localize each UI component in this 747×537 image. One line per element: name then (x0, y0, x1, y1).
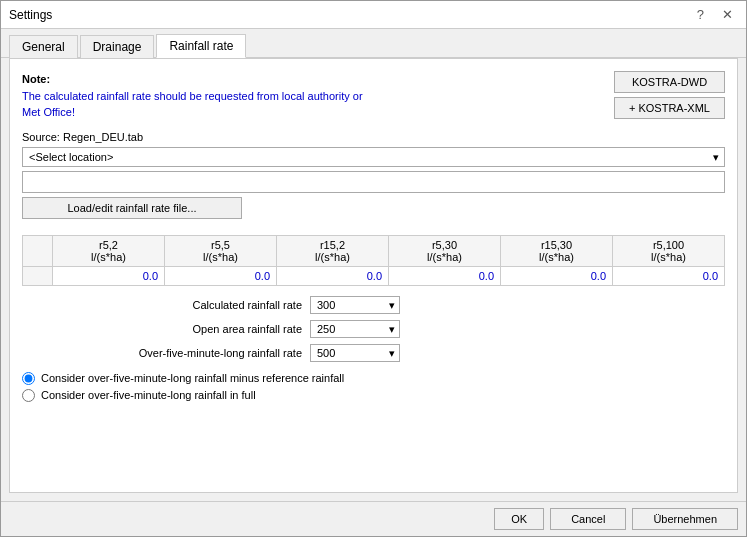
note-body: The calculated rainfall rate should be r… (22, 90, 363, 119)
location-select[interactable]: <Select location> (22, 147, 725, 167)
param-row-over5: Over-five-minute-long rainfall rate 500 (82, 344, 725, 362)
radio-row-1: Consider over-five-minute-long rainfall … (22, 372, 725, 385)
rainfall-table-section: r5,2l/(s*ha) r5,5l/(s*ha) r15,2l/(s*ha) … (22, 235, 725, 286)
tab-drainage[interactable]: Drainage (80, 35, 155, 58)
cell-r55[interactable]: 0.0 (165, 266, 277, 285)
col-header-r530: r5,30l/(s*ha) (389, 235, 501, 266)
kostra-xml-button[interactable]: + KOSTRA-XML (614, 97, 725, 119)
settings-window: Settings ? ✕ General Drainage Rainfall r… (0, 0, 747, 537)
col-header-r152: r15,2l/(s*ha) (277, 235, 389, 266)
close-button[interactable]: ✕ (717, 6, 738, 23)
col-header-r5100: r5,100l/(s*ha) (613, 235, 725, 266)
param-row-calculated: Calculated rainfall rate 300 (82, 296, 725, 314)
param-select-open[interactable]: 250 (310, 320, 400, 338)
cancel-button[interactable]: Cancel (550, 508, 626, 530)
param-select-wrapper-open: 250 (310, 320, 400, 338)
cell-r5100[interactable]: 0.0 (613, 266, 725, 285)
param-label-over5: Over-five-minute-long rainfall rate (82, 347, 302, 359)
ok-button[interactable]: OK (494, 508, 544, 530)
param-select-wrapper-over5: 500 (310, 344, 400, 362)
param-row-open: Open area rainfall rate 250 (82, 320, 725, 338)
right-buttons: KOSTRA-DWD + KOSTRA-XML (614, 71, 725, 121)
kostra-dwd-button[interactable]: KOSTRA-DWD (614, 71, 725, 93)
note-title: Note: (22, 73, 50, 85)
note-section: Note: The calculated rainfall rate shoul… (22, 71, 725, 121)
source-label: Source: Regen_DEU.tab (22, 131, 725, 143)
radio-row-2: Consider over-five-minute-long rainfall … (22, 389, 725, 402)
cell-r1530[interactable]: 0.0 (501, 266, 613, 285)
location-select-wrapper: <Select location> (22, 147, 725, 167)
apply-button[interactable]: Übernehmen (632, 508, 738, 530)
tab-rainfall[interactable]: Rainfall rate (156, 34, 246, 58)
tab-general[interactable]: General (9, 35, 78, 58)
cell-r530[interactable]: 0.0 (389, 266, 501, 285)
radio-label-2: Consider over-five-minute-long rainfall … (41, 389, 256, 401)
param-label-calculated: Calculated rainfall rate (82, 299, 302, 311)
radio-section: Consider over-five-minute-long rainfall … (22, 372, 725, 402)
param-select-wrapper-calculated: 300 (310, 296, 400, 314)
location-text-input[interactable] (22, 171, 725, 193)
title-bar: Settings ? ✕ (1, 1, 746, 29)
rainfall-table: r5,2l/(s*ha) r5,5l/(s*ha) r15,2l/(s*ha) … (22, 235, 725, 286)
table-row-header (23, 235, 53, 266)
col-header-r1530: r15,30l/(s*ha) (501, 235, 613, 266)
main-content: Note: The calculated rainfall rate shoul… (9, 58, 738, 493)
radio-minus-reference[interactable] (22, 372, 35, 385)
cell-r152[interactable]: 0.0 (277, 266, 389, 285)
window-title: Settings (9, 8, 52, 22)
footer: OK Cancel Übernehmen (1, 501, 746, 536)
radio-in-full[interactable] (22, 389, 35, 402)
table-row: 0.0 0.0 0.0 0.0 0.0 0.0 (23, 266, 725, 285)
title-bar-buttons: ? ✕ (692, 6, 738, 23)
col-header-r52: r5,2l/(s*ha) (53, 235, 165, 266)
cell-r52[interactable]: 0.0 (53, 266, 165, 285)
col-header-r55: r5,5l/(s*ha) (165, 235, 277, 266)
load-edit-button[interactable]: Load/edit rainfall rate file... (22, 197, 242, 219)
param-label-open: Open area rainfall rate (82, 323, 302, 335)
note-text: Note: The calculated rainfall rate shoul… (22, 71, 363, 121)
param-select-calculated[interactable]: 300 (310, 296, 400, 314)
params-section: Calculated rainfall rate 300 Open area r… (22, 296, 725, 362)
help-button[interactable]: ? (692, 6, 709, 23)
param-select-over5[interactable]: 500 (310, 344, 400, 362)
row-index (23, 266, 53, 285)
radio-label-1: Consider over-five-minute-long rainfall … (41, 372, 344, 384)
tab-bar: General Drainage Rainfall rate (1, 29, 746, 58)
